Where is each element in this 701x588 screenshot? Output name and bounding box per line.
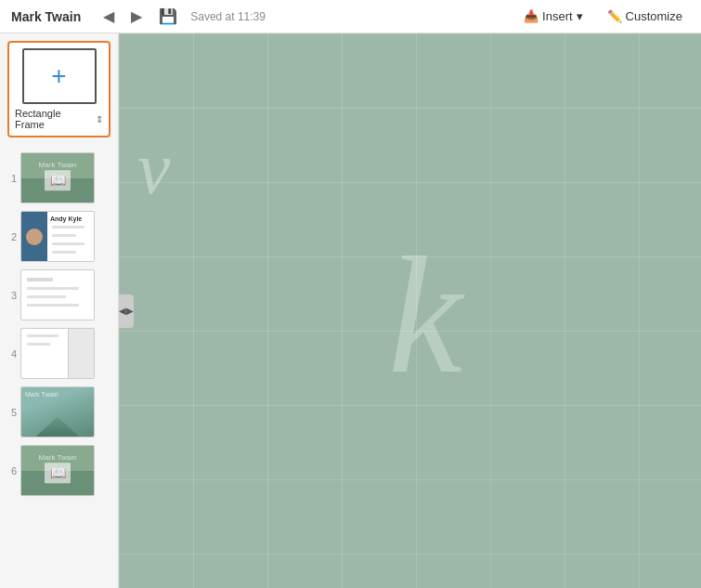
- customize-icon: ✏️: [607, 9, 622, 23]
- slide-number-4: 4: [6, 348, 17, 359]
- frame-arrow-icon: ⇕: [96, 114, 103, 124]
- collapse-handle[interactable]: ◀▶: [119, 294, 134, 328]
- document-title: Mark Twain: [11, 9, 81, 24]
- slide-number-6: 6: [6, 465, 17, 477]
- slide-item[interactable]: 4: [0, 324, 118, 383]
- slide-number-1: 1: [6, 173, 17, 184]
- canvas-area[interactable]: v k ◀▶: [119, 33, 701, 588]
- forward-button[interactable]: ▶: [127, 7, 146, 26]
- slide-item[interactable]: 1 Mark Twain 📖: [0, 149, 118, 207]
- slide-item[interactable]: 2 Andy Kyle: [0, 207, 118, 266]
- plus-icon: +: [51, 63, 66, 89]
- save-icon: 💾: [159, 7, 177, 25]
- slide-thumb-5: Mark Twain: [20, 386, 95, 438]
- slide-item[interactable]: 6 Mark Twain 📖: [0, 441, 118, 500]
- slide-item[interactable]: 5 Mark Twain: [0, 383, 118, 441]
- insert-icon: 📥: [524, 9, 539, 23]
- customize-label: Customize: [626, 9, 682, 23]
- saved-status: Saved at 11:39: [190, 10, 266, 23]
- collapse-icon: ◀▶: [119, 306, 134, 316]
- body: + Rectangle Frame ⇕ 1 Mark Twain 📖: [0, 33, 701, 588]
- slide-item[interactable]: 3: [0, 266, 118, 324]
- back-button[interactable]: ◀: [99, 7, 118, 26]
- frame-selector[interactable]: + Rectangle Frame ⇕: [7, 41, 110, 137]
- slide-list: 1 Mark Twain 📖 2: [0, 145, 118, 503]
- frame-label: Rectangle Frame: [15, 108, 92, 130]
- slide-number-5: 5: [6, 407, 17, 418]
- insert-label: Insert: [542, 9, 573, 23]
- left-panel: + Rectangle Frame ⇕ 1 Mark Twain 📖: [0, 33, 119, 588]
- canvas-letter-k: k: [388, 219, 462, 412]
- slide-thumb-3: [20, 269, 95, 320]
- insert-button[interactable]: 📥 Insert ▾: [516, 6, 591, 27]
- slide-thumb-1: Mark Twain 📖: [20, 152, 95, 203]
- slide-thumb-6: Mark Twain 📖: [20, 445, 95, 496]
- customize-button[interactable]: ✏️ Customize: [600, 6, 690, 27]
- slide-thumb-2: Andy Kyle: [20, 211, 95, 262]
- header: Mark Twain ◀ ▶ 💾 Saved at 11:39 📥 Insert…: [0, 0, 701, 33]
- frame-icon-box: +: [22, 48, 97, 104]
- insert-chevron-icon: ▾: [577, 9, 583, 23]
- canvas-letter-v: v: [137, 126, 171, 211]
- slide-number-3: 3: [6, 290, 17, 301]
- slide-number-2: 2: [6, 231, 17, 242]
- frame-label-row: Rectangle Frame ⇕: [15, 108, 103, 130]
- slide-thumb-4: [20, 328, 95, 379]
